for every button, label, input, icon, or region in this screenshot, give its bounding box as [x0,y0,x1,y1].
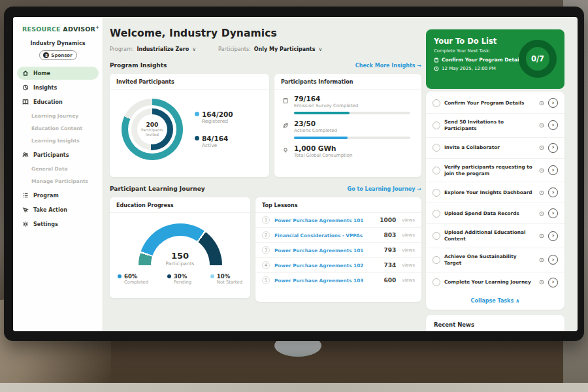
todo-task-list: Confirm Your Program Details › Send 50 I… [426,91,564,310]
program-filter-value: Industrialize Zero [137,46,189,52]
sidebar-item-participants[interactable]: Participants [17,148,99,161]
task-checkbox[interactable] [433,167,440,174]
program-filter[interactable]: Program: Industrialize Zero ∨ [110,46,196,52]
sidebar-item-insights[interactable]: Insights [17,81,99,94]
task-label: Confirm Your Program Details [444,100,535,106]
sidebar-item-learning-insights[interactable]: Learning Insights [17,135,99,147]
task-go-button[interactable]: › [548,188,558,197]
list-icon [22,192,29,199]
task-checkbox[interactable] [433,189,440,197]
task-row-invite-collaborator[interactable]: Invite a Collaborator › [426,138,564,159]
page-title: Welcome, Industry Dynamics [110,27,421,39]
task-checkbox[interactable] [433,278,440,286]
clock-icon [539,280,544,285]
lesson-link[interactable]: Power Purchase Agreements 101 [274,248,379,253]
sidebar-item-label: Education [33,99,63,105]
lesson-link[interactable]: Power Purchase Agreements 102 [274,263,379,269]
total-consumption-value: 1,000 GWh [294,144,353,152]
task-label: Send 50 Invitations to Participants [444,119,535,132]
task-go-button[interactable]: › [548,165,558,175]
task-checkbox[interactable] [433,99,440,107]
clock-icon [539,168,544,173]
invited-participants-card: Invited Participants 200 Participants In… [110,74,269,177]
top-lessons-title: Top Lessons [255,197,421,213]
sponsor-badge[interactable]: S Sponsor [39,50,77,60]
task-label: Achieve One Sustainability Target [444,253,535,267]
task-row-send-invitations[interactable]: Send 50 Invitations to Participants › [426,114,564,138]
actions-completed-label: Actions Completed [294,128,410,133]
task-label: Invite a Collaborator [444,144,535,151]
sidebar-item-take-action[interactable]: Take Action [17,203,99,216]
background-desk-edge [0,383,588,392]
sidebar-item-label: Home [33,71,50,76]
active-label: Active [202,142,233,148]
chevron-down-icon: ∨ [318,46,322,52]
sidebar-item-general-data[interactable]: General Data [17,163,99,175]
participants-information-card: Participants Information 79/164 Emission… [274,74,421,177]
participants-filter[interactable]: Participants: Only My Participants ∨ [218,46,322,52]
task-row-upload-spend-data[interactable]: Upload Spend Data Records › [426,203,564,224]
gauge-center-value: 150 [139,251,222,261]
learning-journey-title: Participant Learning Journey [110,186,205,192]
active-value: 84/164 [202,135,233,142]
sidebar-item-home[interactable]: Home [17,67,99,80]
sidebar-item-label: Take Action [33,207,67,213]
sidebar-item-manage-participants[interactable]: Manage Participants [17,175,99,188]
check-more-insights-link[interactable]: Check More Insights → [355,63,421,69]
sponsor-icon: S [43,52,49,58]
people-icon [22,152,29,158]
legend-completed: 60% Completed [118,273,148,285]
task-go-button[interactable]: › [548,143,558,153]
donut-center-value: 200 [146,122,159,128]
task-row-explore-insights[interactable]: Explore Your Insights Dashboard › [426,182,564,203]
task-row-complete-learning-journey[interactable]: Complete Your Learning Journey › [426,272,564,293]
insights-cards-row: Invited Participants 200 Participants In… [110,74,421,177]
actions-completed-progress-bar [294,137,410,139]
task-row-verify-participants[interactable]: Verify participants requesting to join t… [426,159,564,183]
completed-pct: 60% [124,273,148,280]
emission-survey-label: Emission Survey Completed [294,103,410,108]
lesson-rank: 4 [262,261,270,269]
sidebar-item-education-content[interactable]: Education Content [17,122,99,135]
lesson-link[interactable]: Financial Considerations - VPPAs [274,233,379,238]
book-icon [22,99,29,105]
task-row-upload-educational-content[interactable]: Upload Additional Educational Content › [426,224,564,248]
sidebar-item-settings[interactable]: Settings [17,218,99,231]
task-checkbox[interactable] [433,144,440,152]
task-go-button[interactable]: › [548,98,558,108]
task-checkbox[interactable] [433,232,440,240]
registered-label: Registered [202,118,233,124]
go-to-learning-journey-link[interactable]: Go to Learning Journey → [348,186,421,192]
clock-icon [539,123,544,128]
action-hand-icon [22,206,29,213]
lesson-views-suffix: views [402,248,415,253]
task-checkbox[interactable] [433,210,440,218]
actions-completed-value: 23/50 [294,120,410,127]
learning-journey-header: Participant Learning Journey Go to Learn… [110,186,421,192]
task-go-button[interactable]: › [548,278,558,287]
task-go-button[interactable]: › [548,208,558,218]
lesson-link[interactable]: Power Purchase Agreements 101 [274,218,375,223]
go-to-learning-journey-label: Go to Learning Journey [348,186,416,192]
participants-filter-label: Participants: [218,46,251,52]
sidebar-item-education[interactable]: Education [17,95,99,108]
sidebar-item-label: Insights [33,85,57,91]
lesson-link[interactable]: Power Purchase Agreements 103 [274,278,379,284]
task-checkbox[interactable] [433,256,440,264]
clock-icon [539,233,544,238]
task-row-confirm-program[interactable]: Confirm Your Program Details › [426,93,564,114]
task-row-achieve-target[interactable]: Achieve One Sustainability Target › [426,248,564,272]
donut-center-label: Participants Invited [137,128,167,137]
task-go-button[interactable]: › [548,120,558,130]
home-icon [22,70,29,76]
task-label: Upload Spend Data Records [444,210,535,217]
sidebar-item-learning-journey[interactable]: Learning Journey [17,110,99,122]
collapse-tasks-label: Collapse Tasks [471,298,514,304]
sidebar-item-program[interactable]: Program [17,189,99,202]
task-go-button[interactable]: › [548,231,558,241]
metric-total-consumption: 1,000 GWh Total Global Consumption [274,139,421,158]
task-checkbox[interactable] [433,122,440,129]
collapse-tasks-link[interactable]: Collapse Tasks ∧ [426,293,564,308]
registered-value: 164/200 [202,110,233,118]
task-go-button[interactable]: › [548,255,558,265]
